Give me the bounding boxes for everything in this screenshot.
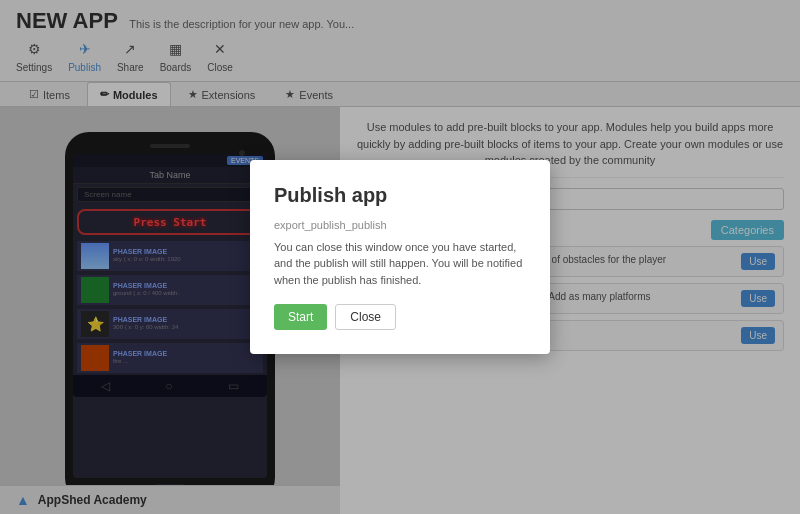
modal-buttons: Start Close bbox=[274, 304, 526, 330]
modal-overlay[interactable]: Publish app export_publish_publish You c… bbox=[0, 0, 800, 514]
modal-title: Publish app bbox=[274, 184, 526, 207]
modal-start-button[interactable]: Start bbox=[274, 304, 327, 330]
modal-close-button[interactable]: Close bbox=[335, 304, 396, 330]
modal-subtitle: export_publish_publish bbox=[274, 219, 526, 231]
publish-modal: Publish app export_publish_publish You c… bbox=[250, 160, 550, 355]
modal-body: You can close this window once you have … bbox=[274, 239, 526, 289]
